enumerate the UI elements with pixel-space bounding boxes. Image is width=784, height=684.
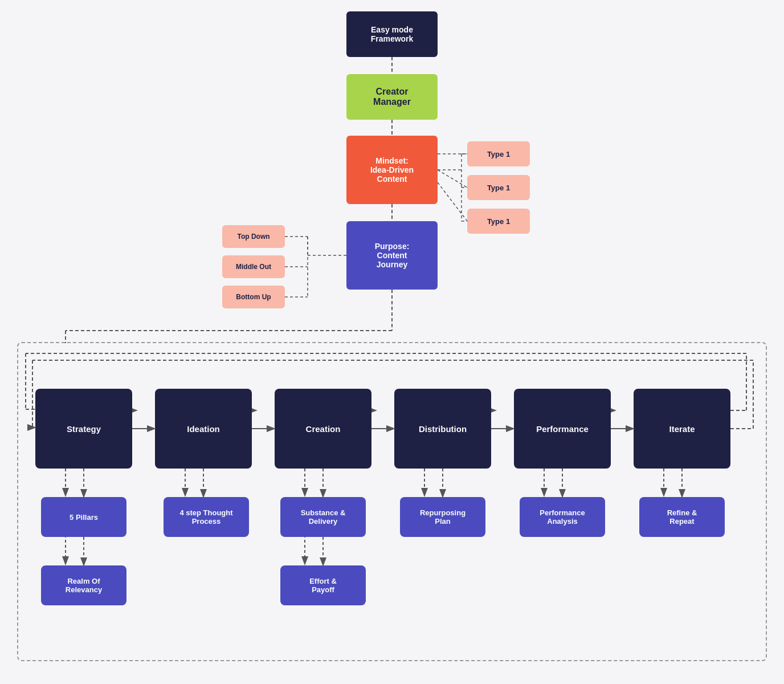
sub-node-thought-process: 4 step Thought Process xyxy=(164,497,249,537)
node-mindset: Mindset: Idea-Driven Content xyxy=(346,136,438,204)
refine-label: Refine & Repeat xyxy=(667,508,697,526)
type1a-label: Type 1 xyxy=(487,150,510,158)
purpose-label: Purpose: Content Journey xyxy=(375,242,410,269)
type1c-label: Type 1 xyxy=(487,217,510,226)
ideation-label: Ideation xyxy=(187,424,220,434)
iterate-label: Iterate xyxy=(669,424,695,434)
strategy-label: Strategy xyxy=(67,424,101,434)
performance-label: Performance xyxy=(536,424,589,434)
node-easy-mode: Easy mode Framework xyxy=(346,11,438,57)
performance-analysis-label: Performance Analysis xyxy=(540,508,585,526)
effort-payoff-label: Effort & Payoff xyxy=(309,577,337,594)
flow-node-iterate: Iterate xyxy=(634,389,730,469)
top-down-label: Top Down xyxy=(237,233,270,241)
creation-label: Creation xyxy=(306,424,341,434)
substance-label: Substance & Delivery xyxy=(301,508,346,526)
flow-node-distribution: Distribution xyxy=(394,389,491,469)
sub-node-refine: Refine & Repeat xyxy=(639,497,725,537)
sub-node-effort-payoff: Effort & Payoff xyxy=(280,565,366,605)
sub-node-repurposing: Repurposing Plan xyxy=(400,497,485,537)
sub-node-performance-analysis: Performance Analysis xyxy=(520,497,605,537)
middle-out-label: Middle Out xyxy=(236,263,271,271)
node-type1c: Type 1 xyxy=(467,209,530,234)
repurposing-label: Repurposing Plan xyxy=(420,508,466,526)
creator-manager-label: Creator Manager xyxy=(373,87,411,107)
sub-node-pillars: 5 Pillars xyxy=(41,497,126,537)
distribution-label: Distribution xyxy=(419,424,467,434)
node-middle-out: Middle Out xyxy=(222,255,285,278)
mindset-label: Mindset: Idea-Driven Content xyxy=(370,156,414,184)
bottom-up-label: Bottom Up xyxy=(236,293,271,301)
node-purpose: Purpose: Content Journey xyxy=(346,221,438,290)
diagram-container: Easy mode Framework Creator Manager Mind… xyxy=(0,0,784,684)
node-type1b: Type 1 xyxy=(467,175,530,200)
bottom-flow-box: Strategy Ideation Creation Distribution … xyxy=(17,342,767,661)
easy-mode-label: Easy mode Framework xyxy=(371,25,414,43)
node-creator-manager: Creator Manager xyxy=(346,74,438,120)
svg-line-4 xyxy=(438,182,467,221)
type1b-label: Type 1 xyxy=(487,184,510,192)
realm-label: Realm Of Relevancy xyxy=(66,577,102,594)
flow-node-ideation: Ideation xyxy=(155,389,252,469)
svg-line-3 xyxy=(438,170,467,188)
sub-node-realm: Realm Of Relevancy xyxy=(41,565,126,605)
flow-node-strategy: Strategy xyxy=(35,389,132,469)
node-type1a: Type 1 xyxy=(467,141,530,166)
node-top-down: Top Down xyxy=(222,225,285,248)
flow-node-creation: Creation xyxy=(275,389,371,469)
node-bottom-up: Bottom Up xyxy=(222,286,285,308)
thought-process-label: 4 step Thought Process xyxy=(179,508,232,526)
flow-node-performance: Performance xyxy=(514,389,611,469)
pillars-label: 5 Pillars xyxy=(70,513,98,522)
sub-node-substance: Substance & Delivery xyxy=(280,497,366,537)
